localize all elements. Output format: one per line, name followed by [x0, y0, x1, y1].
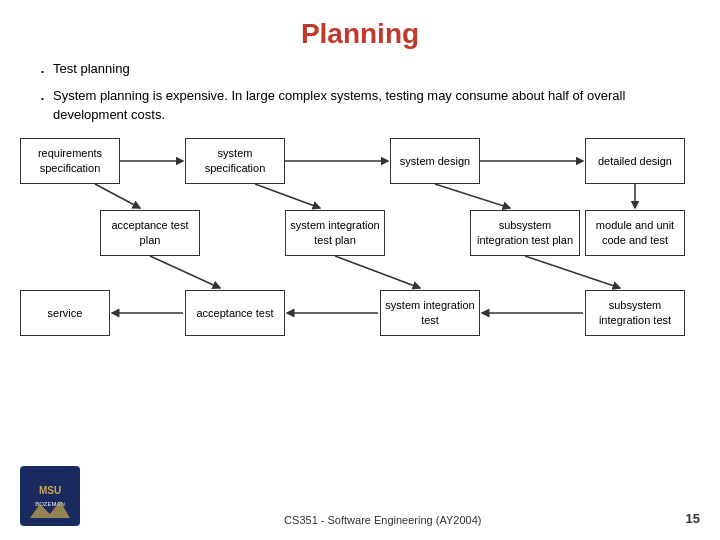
footer-course: CS351 - Software Engineering (AY2004)	[80, 514, 686, 526]
bullet-dot-2: ·	[40, 87, 45, 110]
box-system-design: system design	[390, 138, 480, 184]
bullet-section: · Test planning · System planning is exp…	[0, 60, 720, 124]
bullet-dot-1: ·	[40, 60, 45, 83]
box-module-and-unit-code-and-test: module and unit code and test	[585, 210, 685, 256]
university-logo: MSU BOZEMAN	[20, 466, 80, 526]
box-service: service	[20, 290, 110, 336]
box-system-integration-test: system integration test	[380, 290, 480, 336]
svg-line-8	[335, 256, 420, 288]
box-system-specification: system specification	[185, 138, 285, 184]
svg-line-9	[525, 256, 620, 288]
box-acceptance-test: acceptance test	[185, 290, 285, 336]
svg-line-7	[150, 256, 220, 288]
svg-line-4	[255, 184, 320, 208]
box-subsystem-integration-test-plan: subsystem integration test plan	[470, 210, 580, 256]
box-requirements-specification: requirements specification	[20, 138, 120, 184]
box-system-integration-test-plan: system integration test plan	[285, 210, 385, 256]
bullet-item-2: · System planning is expensive. In large…	[40, 87, 680, 123]
box-detailed-design: detailed design	[585, 138, 685, 184]
bullet-item-1: · Test planning	[40, 60, 680, 83]
footer-page-number: 15	[686, 511, 700, 526]
box-subsystem-integration-test: subsystem integration test	[585, 290, 685, 336]
box-acceptance-test-plan: acceptance test plan	[100, 210, 200, 256]
footer: MSU BOZEMAN CS351 - Software Engineering…	[0, 466, 720, 526]
svg-text:MSU: MSU	[39, 485, 61, 496]
diagram: requirements specification system specif…	[20, 138, 700, 358]
page-title: Planning	[0, 0, 720, 60]
svg-line-3	[95, 184, 140, 208]
bullet-text-2: System planning is expensive. In large c…	[53, 87, 680, 123]
svg-line-5	[435, 184, 510, 208]
bullet-text-1: Test planning	[53, 60, 130, 78]
